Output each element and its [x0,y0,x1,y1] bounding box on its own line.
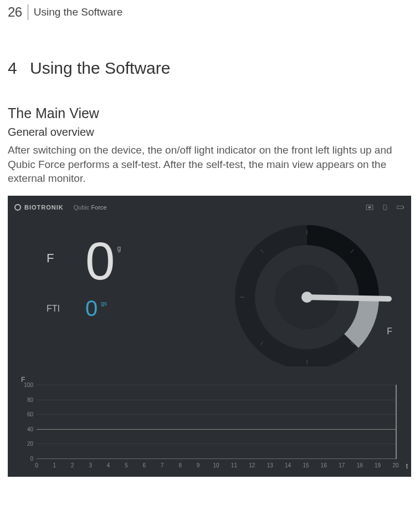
chart-y-tick: 0 [20,455,33,461]
document-icon[interactable] [381,205,389,210]
fti-label: FTI [47,298,85,314]
chart-x-tick: 17 [339,462,345,468]
chart-y-tick: 60 [20,411,33,417]
chart-x-tick: 7 [161,462,164,468]
chart-plot-area: 0204060801000123456789101112131415161718… [37,385,397,459]
chart-x-tick: 13 [267,462,273,468]
force-unit: g [117,244,121,252]
chart-y-tick: 40 [20,426,33,432]
chart-x-tick: 12 [249,462,255,468]
chapter-title: Using the Software [30,59,170,78]
fti-readout: FTI 0 gs [47,298,121,318]
chart-y-tick: 20 [20,441,33,447]
chart-gridline [37,414,396,415]
chart-x-tick: 4 [107,462,110,468]
running-title: Using the Software [34,6,123,18]
chart-x-tick: 6 [143,462,146,468]
subsection-heading: General overview [8,126,412,139]
chapter-heading: 4 Using the Software [8,59,412,78]
chart-x-tick: 0 [35,462,38,468]
header-icons [366,201,404,213]
chart-x-tick: 18 [357,462,363,468]
battery-icon [397,205,404,210]
svg-rect-1 [368,206,371,208]
chapter-number: 4 [8,59,30,78]
chart-x-tick: 15 [303,462,309,468]
force-label: F [47,240,85,266]
brand-logo-icon [14,204,21,211]
product-name: Qubic Force [74,204,107,211]
svg-line-6 [307,297,389,299]
chart-x-tick: 10 [213,462,219,468]
page: 26 Using the Software 4 Using the Softwa… [0,0,420,525]
chart-gridline [37,385,396,385]
chart-gridline [37,444,396,444]
body-paragraph: After switching on the device, the on/of… [8,143,412,186]
content: 4 Using the Software The Main View Gener… [0,59,420,477]
chart-gridline [37,458,396,459]
running-header: 26 Using the Software [0,0,420,26]
chart-x-tick: 8 [178,462,182,468]
page-number: 26 [8,4,22,20]
readouts: F 0 g FTI 0 gs [47,240,121,334]
chart-x-tick: 16 [321,462,327,468]
chart-x-label: t [406,462,408,470]
screenshot-icon[interactable] [366,205,373,210]
chart-gridline [37,400,396,400]
svg-point-7 [301,292,313,303]
force-gauge: F [207,222,396,366]
chart-x-tick: 5 [125,462,128,468]
fti-unit: gs [101,300,107,307]
chart-x-tick: 11 [231,462,237,468]
header-divider [28,4,28,20]
fti-value: 0 [85,298,98,318]
chart-x-tick: 9 [197,462,200,468]
chart-series-line [37,429,396,430]
chart-y-tick: 100 [20,381,33,388]
chart-x-tick: 19 [375,462,381,468]
chart-x-tick: 2 [71,462,74,468]
gauge-svg [207,222,396,366]
brand-name: BIOTRONIK [24,204,64,211]
svg-rect-2 [397,206,403,209]
product-word-b: Force [91,204,107,211]
screenshot-figure: BIOTRONIK Qubic Force F 0 g F [8,196,411,477]
chart-y-tick: 80 [20,396,33,402]
force-time-chart: F t 020406080100012345678910111213141516… [16,377,407,471]
section-heading: The Main View [8,105,412,121]
force-readout: F 0 g [47,240,121,283]
chart-x-tick: 20 [392,462,398,468]
chart-x-tick: 14 [285,462,291,468]
chart-x-tick: 3 [89,462,92,468]
chart-x-tick: 1 [53,462,57,468]
svg-rect-3 [403,207,404,208]
app-header: BIOTRONIK Qubic Force [8,201,411,213]
product-word-a: Qubic [74,204,90,211]
force-value: 0 [85,240,112,283]
gauge-axis-label: F [387,327,392,337]
